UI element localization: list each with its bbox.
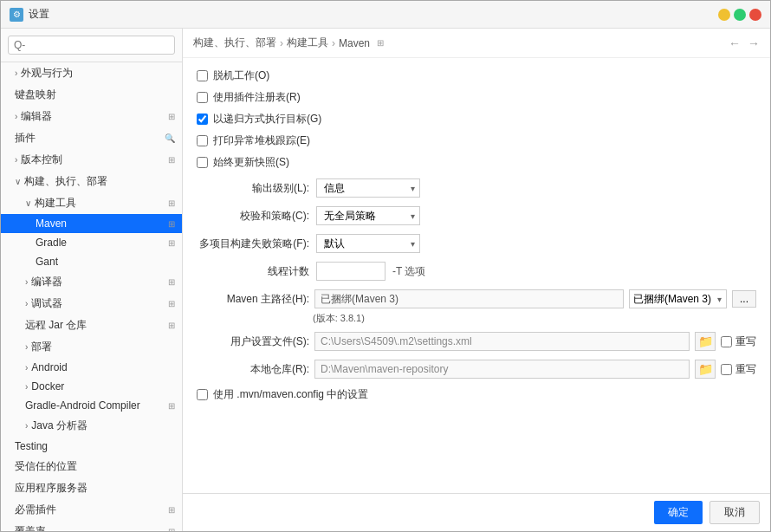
sidebar-item-plugins[interactable]: 插件 🔍 [1,127,182,149]
local-repo-input[interactable] [314,360,690,379]
sidebar-item-gant[interactable]: Gant [1,252,182,271]
recursive-checkbox[interactable] [197,114,208,125]
sidebar: › 外观与行为 键盘映射 › 编辑器 ⊞ 插件 🔍 › 版本控制 [1,29,183,531]
indicator-icon: ⊞ [168,299,175,308]
forward-button[interactable]: → [748,36,760,50]
minimize-button[interactable]: − [718,9,730,21]
indicator-icon: 🔍 [165,133,175,143]
sidebar-label: 键盘映射 [15,88,175,102]
indicator-icon: ⊞ [168,238,175,248]
local-repo-label: 本地仓库(R): [197,362,309,377]
maven-home-browse-button[interactable]: ... [732,290,756,308]
sidebar-list: › 外观与行为 键盘映射 › 编辑器 ⊞ 插件 🔍 › 版本控制 [1,62,182,531]
indicator-icon: ⊞ [168,277,175,287]
fail-policy-select[interactable]: 默认 快速失败 最后失败 从不失败 [316,234,420,253]
print-stack-label: 打印异常堆栈跟踪(E) [213,133,310,148]
sidebar-item-build-tools[interactable]: ∨ 构建工具 ⊞ [1,192,182,214]
indicator-icon: ⊞ [168,321,175,330]
arrow-icon: › [25,277,28,287]
sidebar-item-vcs[interactable]: › 版本控制 ⊞ [1,149,182,171]
cancel-button[interactable]: 取消 [709,501,760,524]
checkboxes-section: 脱机工作(O) 使用插件注册表(R) 以递归方式执行目标(G) 打印异常堆栈跟踪… [197,68,756,170]
maven-home-select[interactable]: 已捆绑(Maven 3) [629,289,727,308]
print-stack-checkbox[interactable] [197,135,208,146]
arrow-icon: › [25,363,28,373]
output-level-label: 输出级别(L): [197,181,309,196]
sidebar-label: 受信任的位置 [15,459,175,474]
sidebar-label: Gradle [36,237,168,249]
breadcrumb: 构建、执行、部署 › 构建工具 › Maven ⊞ ← → [183,29,770,58]
back-button[interactable]: ← [729,36,741,50]
arrow-icon: ∨ [25,198,31,208]
sidebar-item-editor[interactable]: › 编辑器 ⊞ [1,106,182,127]
sidebar-item-coverage[interactable]: 覆盖率 ⊞ [1,521,182,531]
sidebar-item-gradle-android[interactable]: Gradle-Android Compiler ⊞ [1,396,182,415]
local-repo-override-label: 重写 [735,362,756,377]
local-repo-override-checkbox[interactable] [721,364,732,375]
indicator-icon: ⊞ [168,112,175,121]
mvn-config-checkbox[interactable] [197,389,208,400]
checksum-select[interactable]: 无全局策略 严格 宽松 [316,206,420,225]
window-title: 设置 [29,7,49,22]
search-input[interactable] [8,36,175,55]
user-settings-row: 用户设置文件(S): 📁 重写 [197,332,756,351]
local-repo-override: 重写 [721,362,756,377]
title-bar: ⚙ 设置 − □ × [1,1,770,29]
sidebar-label: Gradle-Android Compiler [25,399,168,412]
sidebar-item-gradle[interactable]: Gradle ⊞ [1,233,182,252]
sidebar-item-keymap[interactable]: 键盘映射 [1,84,182,106]
sidebar-label: 外观与行为 [21,66,175,81]
maven-home-label: Maven 主路径(H): [197,292,309,307]
thread-count-input[interactable] [316,262,386,281]
sidebar-item-docker[interactable]: › Docker [1,377,182,396]
thread-count-row: 线程计数 -T 选项 [197,262,756,281]
maven-home-input[interactable] [314,289,624,308]
user-settings-override-checkbox[interactable] [721,336,732,347]
output-level-select[interactable]: 信息 调试 错误 警告 [316,178,420,198]
window-controls: − □ × [718,9,761,21]
sidebar-item-compiler[interactable]: › 编译器 ⊞ [1,271,182,293]
sidebar-item-deploy[interactable]: › 部署 [1,336,182,358]
arrow-icon: › [25,342,28,352]
arrow-icon: › [15,68,17,78]
indicator-icon: ⊞ [168,505,175,515]
checkbox-print-stack: 打印异常堆栈跟踪(E) [197,133,756,148]
sidebar-item-java-profiler[interactable]: › Java 分析器 [1,415,182,437]
sidebar-item-appearance[interactable]: › 外观与行为 [1,62,182,84]
sidebar-item-debugger[interactable]: › 调试器 ⊞ [1,293,182,315]
recursive-label: 以递归方式执行目标(G) [213,112,321,127]
indicator-icon: ⊞ [168,198,175,208]
user-settings-override-label: 重写 [735,334,756,349]
close-button[interactable]: × [749,9,761,21]
always-update-checkbox[interactable] [197,157,208,168]
sidebar-item-trusted-locations[interactable]: 受信任的位置 [1,456,182,477]
indicator-icon: ⊞ [168,401,175,411]
maven-version-note: (版本: 3.8.1) [313,312,756,325]
user-settings-label: 用户设置文件(S): [197,334,309,349]
sidebar-item-testing[interactable]: Testing [1,437,182,456]
sidebar-label: Testing [15,440,175,452]
checkbox-always-update: 始终更新快照(S) [197,155,756,170]
breadcrumb-part-3: Maven [339,37,370,49]
ok-button[interactable]: 确定 [654,501,703,524]
checkbox-offline: 脱机工作(O) [197,68,756,83]
checksum-dropdown-wrapper: 无全局策略 严格 宽松 [316,206,420,225]
plugin-registry-checkbox[interactable] [197,92,208,103]
user-settings-input[interactable] [314,332,690,351]
sidebar-item-build-deploy[interactable]: ∨ 构建、执行、部署 [1,171,182,192]
sidebar-item-app-servers[interactable]: 应用程序服务器 [1,477,182,499]
local-repo-browse-button[interactable]: 📁 [695,360,716,379]
app-icon: ⚙ [10,8,23,22]
maximize-button[interactable]: □ [734,9,746,21]
sidebar-item-android[interactable]: › Android [1,358,182,377]
sidebar-item-required-plugins[interactable]: 必需插件 ⊞ [1,499,182,521]
checksum-row: 校验和策略(C): 无全局策略 严格 宽松 [197,206,756,225]
output-level-dropdown-wrapper: 信息 调试 错误 警告 [316,178,420,198]
local-repo-row: 本地仓库(R): 📁 重写 [197,360,756,379]
sidebar-label: Android [31,361,175,373]
sidebar-item-remote-jar[interactable]: 远程 Jar 仓库 ⊞ [1,315,182,336]
offline-checkbox[interactable] [197,70,208,81]
sidebar-item-maven[interactable]: Maven ⊞ [1,214,182,233]
user-settings-browse-button[interactable]: 📁 [695,332,716,351]
always-update-label: 始终更新快照(S) [213,155,289,170]
